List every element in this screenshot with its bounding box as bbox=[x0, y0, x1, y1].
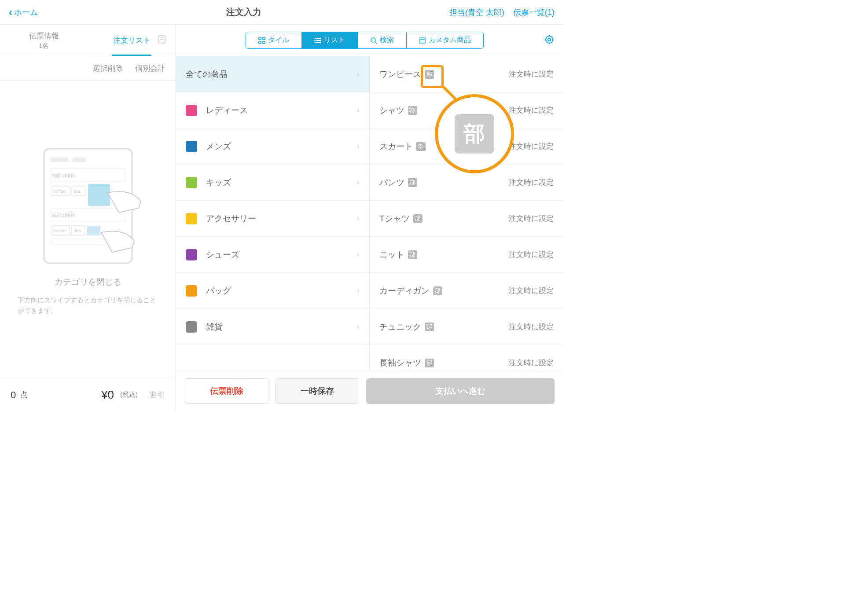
svg-rect-5 bbox=[73, 158, 86, 162]
category-swatch bbox=[186, 177, 197, 188]
category-item[interactable]: 雑貨› bbox=[176, 309, 369, 345]
chevron-left-icon: ‹ bbox=[9, 6, 12, 18]
back-button[interactable]: ‹ ホーム bbox=[9, 6, 38, 18]
svg-rect-24 bbox=[263, 41, 265, 44]
tab-order-list[interactable]: 注文リスト bbox=[88, 25, 176, 56]
product-item[interactable]: シャツ部注文時に設定 bbox=[370, 92, 563, 128]
page-title: 注文入力 bbox=[226, 6, 261, 18]
view-custom[interactable]: カスタム商品 bbox=[407, 32, 483, 48]
category-item[interactable]: シューズ› bbox=[176, 237, 369, 273]
product-item[interactable]: カーディガン部注文時に設定 bbox=[370, 273, 563, 309]
back-label: ホーム bbox=[14, 7, 38, 18]
hold-button[interactable]: 一時保存 bbox=[276, 378, 359, 404]
item-count: 0 bbox=[11, 389, 16, 401]
tab-slip-info[interactable]: 伝票情報 1名 bbox=[0, 25, 88, 56]
view-tile[interactable]: タイル bbox=[246, 32, 302, 48]
dept-badge: 部 bbox=[433, 286, 442, 295]
split-bill[interactable]: 個別会計 bbox=[135, 63, 165, 73]
dept-badge: 部 bbox=[408, 250, 417, 259]
view-search[interactable]: 検索 bbox=[358, 32, 407, 48]
dept-badge: 部 bbox=[416, 142, 426, 151]
chevron-right-icon: › bbox=[357, 322, 360, 331]
illustration: soft drink coffee tea soft drink coffee … bbox=[31, 144, 145, 268]
note-icon[interactable] bbox=[157, 34, 167, 46]
svg-rect-19 bbox=[87, 226, 100, 235]
svg-text:tea: tea bbox=[74, 189, 80, 194]
category-swatch bbox=[186, 213, 197, 224]
delete-selection[interactable]: 選択削除 bbox=[93, 63, 123, 73]
category-swatch bbox=[186, 321, 197, 333]
svg-point-35 bbox=[546, 36, 553, 43]
product-item[interactable]: Tシャツ部注文時に設定 bbox=[370, 201, 563, 237]
svg-text:soft drink: soft drink bbox=[52, 212, 75, 218]
svg-line-32 bbox=[375, 42, 377, 44]
dept-badge: 部 bbox=[425, 359, 434, 367]
product-item[interactable]: パンツ部注文時に設定 bbox=[370, 165, 563, 201]
svg-point-31 bbox=[371, 38, 375, 42]
svg-rect-12 bbox=[88, 184, 110, 206]
category-swatch bbox=[186, 249, 197, 260]
svg-point-29 bbox=[314, 42, 316, 43]
svg-rect-4 bbox=[51, 158, 68, 162]
dept-badge: 部 bbox=[425, 323, 434, 331]
proceed-payment-button[interactable]: 支払いへ進む bbox=[366, 378, 555, 404]
category-swatch bbox=[186, 285, 197, 297]
total-price: ¥0 bbox=[101, 388, 114, 402]
category-item[interactable]: メンズ› bbox=[176, 128, 369, 165]
chevron-right-icon: › bbox=[357, 178, 360, 187]
svg-rect-28 bbox=[316, 40, 321, 41]
svg-rect-30 bbox=[316, 42, 321, 43]
svg-text:coffee: coffee bbox=[54, 189, 66, 194]
product-item[interactable]: チュニック部注文時に設定 bbox=[370, 309, 563, 345]
svg-text:soft drink: soft drink bbox=[52, 172, 75, 179]
category-item[interactable]: アクセサリー› bbox=[176, 201, 369, 237]
dept-badge: 部 bbox=[425, 70, 434, 79]
view-list[interactable]: リスト bbox=[302, 32, 358, 48]
chevron-right-icon: › bbox=[357, 142, 360, 151]
category-swatch bbox=[186, 141, 197, 152]
category-item[interactable]: 全ての商品› bbox=[176, 56, 369, 92]
staff-button[interactable]: 担当(青空 太郎) bbox=[449, 7, 504, 18]
category-item[interactable]: バッグ› bbox=[176, 273, 369, 309]
svg-rect-26 bbox=[316, 38, 321, 39]
svg-rect-23 bbox=[259, 41, 261, 44]
chevron-right-icon: › bbox=[357, 250, 360, 259]
svg-text:coffee: coffee bbox=[54, 228, 66, 233]
chevron-right-icon: › bbox=[357, 106, 360, 115]
svg-rect-22 bbox=[263, 37, 265, 40]
svg-point-25 bbox=[314, 37, 316, 39]
dept-badge: 部 bbox=[413, 214, 422, 223]
svg-rect-21 bbox=[259, 37, 261, 40]
illustration-title: カテゴリを閉じる bbox=[55, 276, 121, 288]
chevron-right-icon: › bbox=[357, 214, 360, 223]
delete-slip-button[interactable]: 伝票削除 bbox=[185, 378, 268, 404]
svg-point-27 bbox=[314, 40, 316, 41]
product-item[interactable]: スカート部注文時に設定 bbox=[370, 128, 563, 165]
gear-icon[interactable] bbox=[544, 34, 555, 47]
product-item[interactable]: ニット部注文時に設定 bbox=[370, 237, 563, 273]
category-item[interactable]: キッズ› bbox=[176, 165, 369, 201]
dept-badge: 部 bbox=[408, 178, 417, 187]
chevron-right-icon: › bbox=[357, 286, 360, 295]
product-item[interactable]: ワンピース部注文時に設定 bbox=[370, 56, 563, 92]
product-item[interactable]: 長袖シャツ部注文時に設定 bbox=[370, 345, 563, 371]
category-swatch bbox=[186, 105, 197, 116]
svg-text:tea: tea bbox=[75, 228, 81, 233]
chevron-right-icon: › bbox=[357, 70, 360, 79]
slips-button[interactable]: 伝票一覧(1) bbox=[513, 7, 555, 18]
dept-badge: 部 bbox=[408, 106, 417, 115]
discount-button[interactable]: 割引 bbox=[150, 390, 165, 400]
svg-rect-33 bbox=[420, 38, 425, 43]
category-item[interactable]: レディース› bbox=[176, 92, 369, 128]
svg-point-36 bbox=[548, 38, 551, 41]
illustration-desc: 下方向にスワイプするとカテゴリを閉じることができます。 bbox=[13, 295, 162, 316]
